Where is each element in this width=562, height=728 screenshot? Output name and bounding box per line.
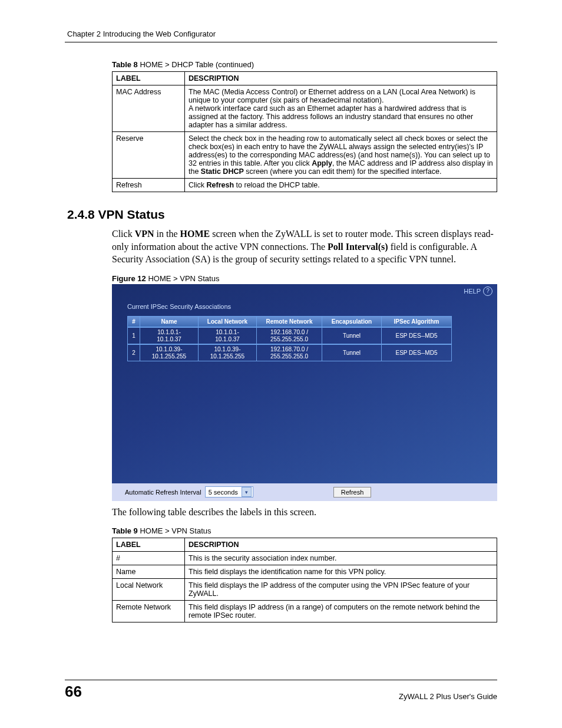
ipsec-table: # Name Local Network Remote Network Enca… <box>127 316 489 362</box>
table8-caption-text: HOME > DHCP Table (continued) <box>138 60 254 69</box>
cell-encapsulation: Tunnel <box>322 344 382 361</box>
footer-rule <box>65 680 497 680</box>
table8: LABEL DESCRIPTION MAC Address The MAC (M… <box>112 71 497 192</box>
cell-index: 1 <box>127 327 140 344</box>
col-ipsec-algorithm: IPSec Algorithm <box>381 316 452 328</box>
table8-row1-desc: Select the check box in the heading row … <box>185 132 497 179</box>
table9-row0-desc: This is the security association index n… <box>185 552 497 565</box>
table9-row0-label: # <box>113 552 185 565</box>
page-footer: 66 ZyWALL 2 Plus User's Guide <box>65 680 497 701</box>
auto-refresh-value: 5 seconds <box>209 489 238 496</box>
col-index: # <box>127 316 140 328</box>
col-name: Name <box>140 316 199 328</box>
help-label: HELP <box>464 288 481 295</box>
page-number: 66 <box>65 683 82 701</box>
refresh-button[interactable]: Refresh <box>333 487 372 498</box>
col-remote-network: Remote Network <box>256 316 322 328</box>
header-rule <box>65 42 497 42</box>
cell-local: 10.1.0.39-10.1.255.255 <box>198 344 257 361</box>
cell-algorithm: ESP DES--MD5 <box>381 327 452 344</box>
cell-remote: 192.168.70.0 /255.255.255.0 <box>256 344 322 361</box>
ipsec-section-title: Current IPSec Security Associations <box>127 303 489 310</box>
table-row: Name This field displays the identificat… <box>113 565 497 579</box>
chevron-down-icon: ▾ <box>242 487 252 497</box>
table-row: MAC Address The MAC (Media Access Contro… <box>113 85 497 132</box>
table9-row1-desc: This field displays the identification n… <box>185 565 497 579</box>
table8-head-label: LABEL <box>113 72 185 85</box>
cell-remote: 192.168.70.0 /255.255.255.0 <box>256 327 322 344</box>
table9-row3-desc: This field displays IP address (in a ran… <box>185 601 497 622</box>
table8-row2-label: Refresh <box>113 179 185 192</box>
table8-row2-desc: Click Refresh to reload the DHCP table. <box>185 179 497 192</box>
table9-head-desc: DESCRIPTION <box>185 538 497 552</box>
table-row: Local Network This field displays the IP… <box>113 579 497 601</box>
figure12-caption-text: HOME > VPN Status <box>146 274 220 283</box>
table8-row1-label: Reserve <box>113 132 185 179</box>
table8-row0-desc: The MAC (Media Access Control) or Ethern… <box>185 85 497 132</box>
cell-name: 10.1.0.39-10.1.255.255 <box>140 344 199 361</box>
table9-head-label: LABEL <box>113 538 185 552</box>
col-local-network: Local Network <box>198 316 257 328</box>
table-row: # This is the security association index… <box>113 552 497 565</box>
table8-caption-number: Table 8 <box>112 60 138 69</box>
table8-row0-label: MAC Address <box>113 85 185 132</box>
table9-row2-desc: This field displays the IP address of th… <box>185 579 497 601</box>
table9-row2-label: Local Network <box>113 579 185 601</box>
table9: LABEL DESCRIPTION # This is the security… <box>112 538 497 622</box>
vpn-bottom-bar: Automatic Refresh Interval 5 seconds ▾ R… <box>112 483 497 501</box>
col-encapsulation: Encapsulation <box>322 316 382 328</box>
cell-algorithm: ESP DES--MD5 <box>381 344 452 361</box>
table-row: 1 10.1.0.1-10.1.0.37 10.1.0.1-10.1.0.37 … <box>127 327 489 344</box>
vpn-status-screenshot: HELP ? Current IPSec Security Associatio… <box>112 284 497 501</box>
auto-refresh-label: Automatic Refresh Interval <box>125 489 201 496</box>
figure12-caption: Figure 12 HOME > VPN Status <box>112 274 497 283</box>
cell-local: 10.1.0.1-10.1.0.37 <box>198 327 257 344</box>
table9-caption-text: HOME > VPN Status <box>138 526 211 535</box>
cell-encapsulation: Tunnel <box>322 327 382 344</box>
table-row: Remote Network This field displays IP ad… <box>113 601 497 622</box>
table9-row1-label: Name <box>113 565 185 579</box>
table8-head-desc: DESCRIPTION <box>185 72 497 85</box>
vpn-status-intro-paragraph: Click VPN in the HOME screen when the Zy… <box>112 228 497 266</box>
auto-refresh-select[interactable]: 5 seconds ▾ <box>205 486 253 498</box>
help-link[interactable]: HELP ? <box>464 286 492 296</box>
cell-index: 2 <box>127 344 140 361</box>
table-row: Reserve Select the check box in the head… <box>113 132 497 179</box>
table9-row3-label: Remote Network <box>113 601 185 622</box>
table9-intro-paragraph: The following table describes the labels… <box>112 506 497 519</box>
chapter-header: Chapter 2 Introducing the Web Configurat… <box>67 29 497 38</box>
ipsec-table-header: # Name Local Network Remote Network Enca… <box>127 316 489 328</box>
table-row: 2 10.1.0.39-10.1.255.255 10.1.0.39-10.1.… <box>127 344 489 361</box>
table8-caption: Table 8 HOME > DHCP Table (continued) <box>112 60 497 69</box>
table-row: Refresh Click Refresh to reload the DHCP… <box>113 179 497 192</box>
table9-caption-number: Table 9 <box>112 526 138 535</box>
figure12-caption-number: Figure 12 <box>112 274 146 283</box>
section-heading-vpn-status: 2.4.8 VPN Status <box>67 207 497 222</box>
book-title: ZyWALL 2 Plus User's Guide <box>399 692 497 701</box>
help-icon: ? <box>483 286 492 296</box>
table9-caption: Table 9 HOME > VPN Status <box>112 526 497 535</box>
cell-name: 10.1.0.1-10.1.0.37 <box>140 327 199 344</box>
